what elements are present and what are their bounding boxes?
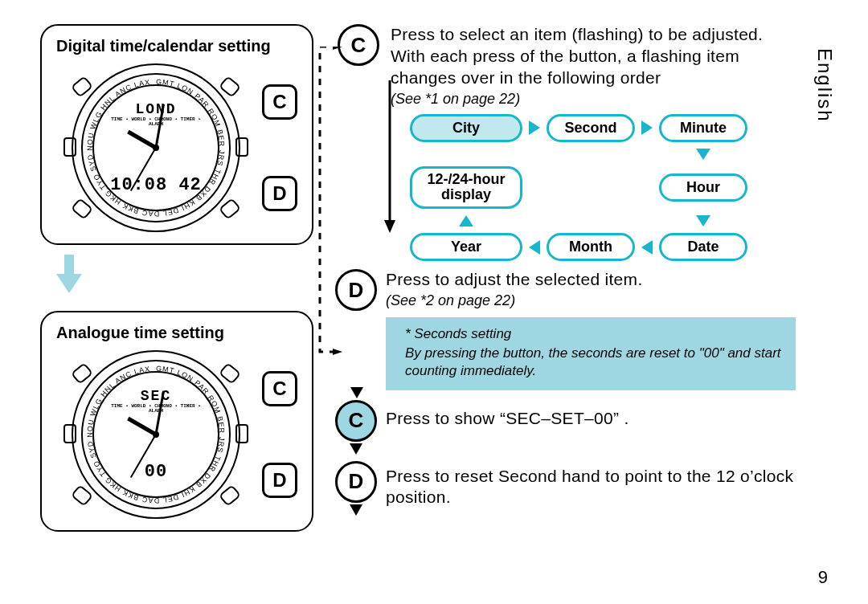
step-d-text: Press to adjust the selected item. <box>386 269 643 291</box>
pill-city: City <box>410 114 522 142</box>
arrow-left-icon <box>529 240 540 255</box>
pill-hour: Hour <box>659 173 747 202</box>
analogue-setting-box: Analogue time setting GMT LON PAR ROM BE… <box>40 311 313 532</box>
pill-second: Second <box>547 114 635 142</box>
step-c2-button-icon: C <box>335 400 377 442</box>
arrow-right-icon <box>641 120 653 135</box>
arrow-up-icon <box>459 215 473 226</box>
digital-title: Digital time/calendar setting <box>56 37 297 55</box>
step-c2-text: Press to show “SEC–SET–00” . <box>386 400 629 430</box>
step-c-note: (See *1 on page 22) <box>391 91 796 108</box>
page-number: 9 <box>818 567 828 588</box>
arrow-right-icon <box>529 120 540 135</box>
step-d-note: (See *2 on page 22) <box>386 292 643 309</box>
seconds-hint-box: * Seconds setting By pressing the button… <box>386 317 796 390</box>
triangle-down-icon <box>350 387 363 398</box>
button-c-indicator: C <box>262 84 297 120</box>
step-d2-button-icon: D <box>335 461 377 503</box>
pill-date: Date <box>659 233 747 261</box>
button-d-indicator: D <box>262 176 297 211</box>
dashed-connector-icon <box>315 47 347 384</box>
digital-setting-box: Digital time/calendar setting GMT LON PA… <box>40 24 313 245</box>
hint-body: By pressing the button, the seconds are … <box>405 345 781 378</box>
lcd-city: LONDTIME ▪ WORLD ▪ CHRONO ▪ TIMER ▪ ALAR… <box>104 102 208 127</box>
lcd-main: 10:08 42 <box>110 175 202 195</box>
step-c-text: Press to select an item (flashing) to be… <box>391 24 796 89</box>
pill-month: Month <box>547 233 635 261</box>
button-c-indicator: C <box>262 371 297 406</box>
step-d2-text: Press to reset Second hand to point to t… <box>386 461 796 509</box>
arrow-left-icon <box>641 240 653 255</box>
pill-year: Year <box>410 233 522 261</box>
arrow-down-icon <box>696 215 710 226</box>
hint-title: * Seconds setting <box>405 325 783 343</box>
language-tab: English <box>813 48 836 123</box>
watch-analogue: GMT LON PAR ROM BER JRS THR DXB KHI DEL … <box>72 350 240 519</box>
triangle-down-icon <box>350 443 362 455</box>
pill-display: 12-/24-hour display <box>410 166 522 210</box>
button-d-indicator: D <box>262 463 297 498</box>
page: English 9 Digital time/calendar setting … <box>0 0 868 604</box>
left-column: Digital time/calendar setting GMT LON PA… <box>40 24 313 532</box>
right-column: C Press to select an item (flashing) to … <box>338 24 796 532</box>
watch-digital: GMT LON PAR ROM BER JRS THR DXB KHI DEL … <box>72 63 240 232</box>
long-arrow-down-icon <box>384 80 395 233</box>
lcd-sec: SECTIME ▪ WORLD ▪ CHRONO ▪ TIMER ▪ ALARM <box>104 389 208 414</box>
analogue-title: Analogue time setting <box>56 324 297 342</box>
lcd-main: 00 <box>145 462 167 482</box>
arrow-down-icon <box>56 255 82 293</box>
arrow-down-icon <box>696 149 710 160</box>
triangle-down-icon <box>350 504 362 516</box>
pill-minute: Minute <box>659 114 747 142</box>
setting-order-flow: City Second Minute 12-/24-hour display H… <box>410 114 796 262</box>
